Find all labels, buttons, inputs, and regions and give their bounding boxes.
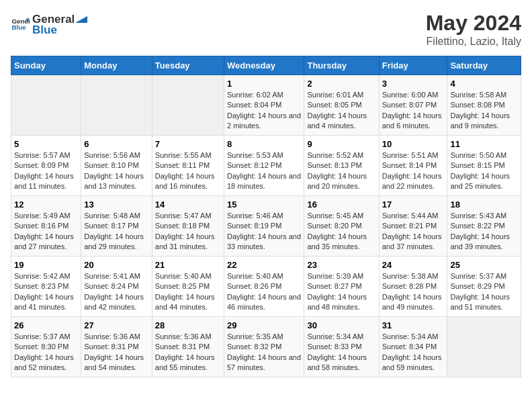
calendar-week-4: 19 Sunrise: 5:42 AM Sunset: 8:23 PM Dayl…: [11, 257, 521, 317]
sunset-label: Sunset: 8:12 PM: [227, 161, 281, 169]
day-number: 19: [14, 260, 78, 270]
sunset-label: Sunset: 8:09 PM: [14, 161, 69, 169]
day-info: Sunrise: 5:35 AM Sunset: 8:32 PM Dayligh…: [227, 332, 301, 373]
calendar-header: Sunday Monday Tuesday Wednesday Thursday…: [11, 56, 521, 75]
sunset-label: Sunset: 8:30 PM: [14, 342, 69, 351]
sunset-label: Sunset: 8:23 PM: [14, 282, 69, 290]
daylight-label: Daylight: 14 hours and 57 minutes.: [227, 353, 301, 371]
sunrise-label: Sunrise: 5:49 AM: [14, 212, 71, 220]
day-info: Sunrise: 5:47 AM Sunset: 8:18 PM Dayligh…: [155, 211, 221, 253]
calendar-cell: 4 Sunrise: 5:58 AM Sunset: 8:08 PM Dayli…: [447, 75, 521, 136]
calendar-cell: 10 Sunrise: 5:51 AM Sunset: 8:14 PM Dayl…: [379, 136, 447, 196]
calendar-cell: 22 Sunrise: 5:40 AM Sunset: 8:26 PM Dayl…: [224, 257, 304, 317]
daylight-label: Daylight: 14 hours and 55 minutes.: [155, 353, 215, 371]
daylight-label: Daylight: 14 hours and 59 minutes.: [382, 353, 442, 371]
day-number: 8: [227, 139, 301, 149]
day-number: 22: [227, 260, 301, 270]
day-info: Sunrise: 5:45 AM Sunset: 8:20 PM Dayligh…: [307, 211, 375, 253]
calendar-cell: 16 Sunrise: 5:45 AM Sunset: 8:20 PM Dayl…: [304, 196, 379, 257]
sunset-label: Sunset: 8:31 PM: [155, 342, 210, 351]
day-number: 9: [307, 139, 375, 149]
day-number: 16: [307, 199, 375, 210]
sunrise-label: Sunrise: 5:39 AM: [307, 272, 363, 280]
sunrise-label: Sunrise: 5:53 AM: [227, 151, 283, 159]
col-monday: Monday: [81, 56, 152, 75]
col-saturday: Saturday: [447, 56, 521, 75]
day-info: Sunrise: 5:58 AM Sunset: 8:08 PM Dayligh…: [450, 90, 518, 132]
calendar-week-5: 26 Sunrise: 5:37 AM Sunset: 8:30 PM Dayl…: [11, 317, 521, 377]
sunrise-label: Sunrise: 5:51 AM: [382, 151, 439, 159]
day-number: 12: [14, 199, 78, 210]
day-info: Sunrise: 5:44 AM Sunset: 8:21 PM Dayligh…: [382, 211, 445, 253]
daylight-label: Daylight: 14 hours and 52 minutes.: [14, 353, 74, 371]
sunrise-label: Sunrise: 5:40 AM: [227, 272, 283, 280]
day-info: Sunrise: 5:37 AM Sunset: 8:29 PM Dayligh…: [450, 271, 518, 313]
sunset-label: Sunset: 8:22 PM: [450, 222, 504, 230]
col-friday: Friday: [379, 56, 447, 75]
calendar-cell: 24 Sunrise: 5:38 AM Sunset: 8:28 PM Dayl…: [379, 257, 447, 317]
sunset-label: Sunset: 8:16 PM: [14, 222, 69, 230]
sunrise-label: Sunrise: 5:56 AM: [84, 151, 140, 159]
logo-icon: General Blue: [11, 15, 30, 34]
day-number: 11: [450, 139, 518, 149]
col-tuesday: Tuesday: [152, 56, 224, 75]
calendar-cell: 12 Sunrise: 5:49 AM Sunset: 8:16 PM Dayl…: [11, 196, 81, 257]
daylight-label: Daylight: 14 hours and 18 minutes.: [227, 172, 301, 190]
sunset-label: Sunset: 8:04 PM: [227, 101, 281, 109]
day-info: Sunrise: 5:56 AM Sunset: 8:10 PM Dayligh…: [84, 150, 149, 192]
day-number: 24: [382, 260, 445, 270]
daylight-label: Daylight: 14 hours and 41 minutes.: [14, 293, 74, 311]
sunset-label: Sunset: 8:11 PM: [155, 161, 210, 169]
sunrise-label: Sunrise: 5:35 AM: [227, 332, 283, 340]
sunset-label: Sunset: 8:29 PM: [450, 282, 504, 290]
sunset-label: Sunset: 8:27 PM: [307, 282, 361, 290]
sunset-label: Sunset: 8:26 PM: [227, 282, 281, 290]
sunrise-label: Sunrise: 5:34 AM: [307, 332, 363, 340]
daylight-label: Daylight: 14 hours and 2 minutes.: [227, 111, 301, 130]
day-number: 31: [382, 320, 445, 330]
sunset-label: Sunset: 8:31 PM: [84, 342, 138, 351]
calendar-cell: 7 Sunrise: 5:55 AM Sunset: 8:11 PM Dayli…: [152, 136, 224, 196]
day-number: 17: [382, 199, 445, 210]
daylight-label: Daylight: 14 hours and 37 minutes.: [382, 232, 442, 250]
day-info: Sunrise: 5:55 AM Sunset: 8:11 PM Dayligh…: [155, 150, 221, 192]
sunrise-label: Sunrise: 5:57 AM: [14, 151, 71, 159]
sunrise-label: Sunrise: 5:37 AM: [450, 272, 506, 280]
daylight-label: Daylight: 14 hours and 42 minutes.: [84, 293, 144, 311]
day-info: Sunrise: 5:40 AM Sunset: 8:26 PM Dayligh…: [227, 271, 301, 313]
sunrise-label: Sunrise: 5:45 AM: [307, 212, 363, 220]
daylight-label: Daylight: 14 hours and 11 minutes.: [14, 172, 74, 190]
day-info: Sunrise: 5:36 AM Sunset: 8:31 PM Dayligh…: [155, 332, 221, 373]
day-info: Sunrise: 5:34 AM Sunset: 8:33 PM Dayligh…: [307, 332, 375, 373]
daylight-label: Daylight: 14 hours and 33 minutes.: [227, 232, 301, 250]
day-number: 3: [382, 79, 445, 89]
calendar-cell: 5 Sunrise: 5:57 AM Sunset: 8:09 PM Dayli…: [11, 136, 81, 196]
daylight-label: Daylight: 14 hours and 58 minutes.: [307, 353, 367, 371]
sunrise-label: Sunrise: 5:44 AM: [382, 212, 439, 220]
day-info: Sunrise: 5:34 AM Sunset: 8:34 PM Dayligh…: [382, 332, 445, 373]
sunset-label: Sunset: 8:10 PM: [84, 161, 138, 169]
day-number: 15: [227, 199, 301, 210]
sunrise-label: Sunrise: 5:34 AM: [382, 332, 439, 340]
calendar-table: Sunday Monday Tuesday Wednesday Thursday…: [11, 56, 521, 377]
day-number: 21: [155, 260, 221, 270]
daylight-label: Daylight: 14 hours and 9 minutes.: [450, 111, 510, 130]
calendar-cell: [152, 75, 224, 136]
daylight-label: Daylight: 14 hours and 6 minutes.: [382, 111, 442, 130]
day-info: Sunrise: 5:42 AM Sunset: 8:23 PM Dayligh…: [14, 271, 78, 313]
calendar-cell: 20 Sunrise: 5:41 AM Sunset: 8:24 PM Dayl…: [81, 257, 152, 317]
day-info: Sunrise: 6:00 AM Sunset: 8:07 PM Dayligh…: [382, 90, 445, 132]
calendar-cell: 1 Sunrise: 6:02 AM Sunset: 8:04 PM Dayli…: [224, 75, 304, 136]
day-info: Sunrise: 5:46 AM Sunset: 8:19 PM Dayligh…: [227, 211, 301, 253]
daylight-label: Daylight: 14 hours and 35 minutes.: [307, 232, 367, 250]
daylight-label: Daylight: 14 hours and 44 minutes.: [155, 293, 215, 311]
sunrise-label: Sunrise: 5:37 AM: [14, 332, 71, 340]
col-wednesday: Wednesday: [224, 56, 304, 75]
calendar-cell: 18 Sunrise: 5:43 AM Sunset: 8:22 PM Dayl…: [447, 196, 521, 257]
day-number: 28: [155, 320, 221, 330]
sunrise-label: Sunrise: 6:01 AM: [307, 91, 363, 99]
title-area: May 2024 Filettino, Lazio, Italy: [426, 11, 521, 48]
day-info: Sunrise: 5:48 AM Sunset: 8:17 PM Dayligh…: [84, 211, 149, 253]
page-subtitle: Filettino, Lazio, Italy: [426, 36, 521, 48]
daylight-label: Daylight: 14 hours and 29 minutes.: [84, 232, 144, 250]
